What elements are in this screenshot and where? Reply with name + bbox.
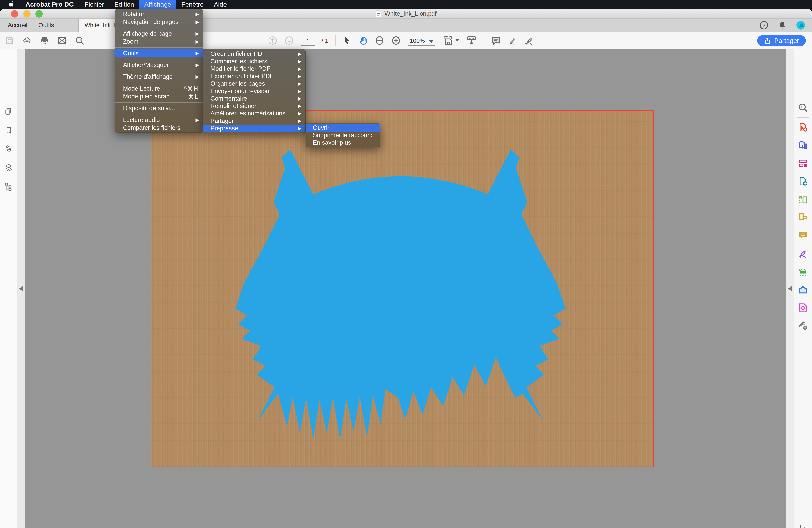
hide-toolbar-icon[interactable] — [466, 35, 477, 46]
submenu-item-envoyer-pour-revision[interactable]: Envoyer pour révision▶ — [203, 87, 305, 95]
zoom-in-icon[interactable] — [391, 36, 401, 45]
zoom-dropdown-caret-icon — [429, 40, 433, 43]
menu-item-theme-affichage[interactable]: Thème d'affichage▶ — [115, 73, 203, 81]
submenu-item-modifier-le-fichier-pdf[interactable]: Modifier le fichier PDF▶ — [203, 65, 305, 73]
export-pdf-tool-icon[interactable] — [798, 140, 808, 150]
zoom-level-control[interactable]: 100% — [408, 35, 435, 46]
attachments-paperclip-icon[interactable] — [4, 144, 13, 153]
menu-item-comparer-les-fichiers[interactable]: Comparer les fichiers — [115, 124, 203, 132]
submenu-item-en-savoir-plus[interactable]: En savoir plus — [306, 139, 380, 147]
save-icon[interactable] — [5, 36, 14, 45]
menubar-item-affichage[interactable]: Affichage — [139, 0, 176, 9]
email-icon[interactable] — [57, 36, 67, 45]
pdf-document-icon — [375, 10, 382, 17]
submenu-item-combiner-les-fichiers[interactable]: Combiner les fichiers▶ — [203, 58, 305, 65]
submenu-arrow-icon: ▶ — [298, 126, 302, 131]
select-tool-icon[interactable] — [343, 36, 351, 45]
comment-rail-tool-icon[interactable] — [798, 230, 808, 240]
expand-tools-pane-icon[interactable] — [788, 286, 792, 291]
comment-tool-icon[interactable] — [491, 36, 501, 45]
create-pdf-tool-icon[interactable] — [798, 122, 808, 132]
submenu-item-supprimer-le-raccourci[interactable]: Supprimer le raccourci — [306, 132, 380, 139]
submenu-arrow-icon: ▶ — [195, 50, 199, 56]
hand-tool-icon[interactable] — [358, 36, 368, 45]
menubar-app-name[interactable]: Acrobat Pro DC — [19, 0, 79, 9]
menubar-item-fichier[interactable]: Fichier — [79, 0, 109, 9]
print-icon[interactable] — [40, 36, 49, 45]
apple-logo-icon — [8, 1, 14, 8]
organize-pages-tool-icon[interactable] — [798, 159, 808, 168]
submenu-item-ameliorer-les-numerisations[interactable]: Améliorer les numérisations▶ — [203, 110, 305, 117]
next-page-icon[interactable] — [285, 36, 294, 45]
apple-menu[interactable] — [0, 0, 19, 9]
help-icon[interactable]: ? — [759, 21, 768, 30]
menu-item-mode-plein-ecran[interactable]: Mode plein écran⌘L — [115, 92, 203, 100]
submenu-item-commentaire[interactable]: Commentaire▶ — [203, 95, 305, 102]
user-avatar[interactable] — [796, 20, 805, 30]
submenu-item-remplir-et-signer[interactable]: Remplir et signer▶ — [203, 102, 305, 110]
search-icon[interactable] — [75, 36, 85, 45]
menubar-item-aide[interactable]: Aide — [209, 0, 232, 9]
submenu-arrow-icon: ▶ — [195, 74, 199, 79]
cloud-upload-icon[interactable] — [23, 36, 32, 45]
lion-silhouette — [151, 111, 653, 467]
tab-outils[interactable]: Outils — [34, 19, 58, 32]
print-production-tool-icon[interactable] — [798, 303, 808, 313]
submenu-arrow-icon: ▶ — [195, 11, 199, 17]
fit-width-caret-icon — [455, 39, 459, 41]
menubar-item-edition[interactable]: Edition — [109, 0, 139, 9]
shortcut-label: ^⌘H — [184, 85, 198, 92]
submenu-item-organiser-les-pages[interactable]: Organiser les pages▶ — [203, 80, 305, 87]
menu-item-outils[interactable]: Outils▶ — [115, 49, 203, 57]
fit-width-control[interactable] — [443, 35, 459, 46]
highlighter-tool-icon[interactable] — [508, 36, 517, 45]
tools-rail — [794, 49, 812, 528]
tab-accueil[interactable]: Accueil — [4, 19, 31, 32]
layers-icon[interactable] — [4, 164, 13, 172]
menu-separator — [115, 59, 203, 59]
more-tools-icon[interactable] — [798, 321, 808, 330]
submenu-arrow-icon: ▶ — [298, 51, 302, 57]
pdf-page[interactable] — [151, 110, 654, 467]
content-structure-icon[interactable] — [4, 182, 13, 191]
send-for-review-tool-icon[interactable] — [798, 176, 808, 186]
menu-item-navigation-de-pages[interactable]: Navigation de pages▶ — [115, 18, 203, 26]
fill-sign-tool-icon[interactable] — [524, 36, 534, 45]
submenu-item-prepresse[interactable]: Prépresse▶ — [203, 125, 305, 132]
enhance-scans-tool-icon[interactable] — [798, 267, 808, 276]
submenu-item-partager[interactable]: Partager▶ — [203, 117, 305, 125]
previous-page-icon[interactable] — [268, 36, 277, 45]
submenu-arrow-icon: ▶ — [298, 96, 302, 101]
menu-item-mode-lecture[interactable]: Mode Lecture^⌘H — [115, 85, 203, 92]
page-thumbnails-icon[interactable] — [4, 107, 13, 116]
toolbar-divider — [335, 35, 336, 46]
page-number-input[interactable]: 1 — [301, 35, 315, 46]
submenu-arrow-icon: ▶ — [195, 62, 199, 68]
menu-item-dispositif-de-suivi[interactable]: Dispositif de suivi... — [115, 104, 203, 112]
menu-item-lecture-audio[interactable]: Lecture audio▶ — [115, 116, 203, 124]
zoom-out-icon[interactable] — [375, 36, 384, 45]
menu-separator — [115, 71, 203, 71]
menu-item-affichage-de-page[interactable]: Affichage de page▶ — [115, 30, 203, 37]
share-rail-tool-icon[interactable] — [798, 285, 808, 295]
menu-item-zoom[interactable]: Zoom▶ — [115, 37, 203, 45]
open-tools-pane-icon[interactable] — [798, 525, 808, 528]
submenu-item-exporter-un-fichier-pdf[interactable]: Exporter un fichier PDF▶ — [203, 73, 305, 80]
notifications-bell-icon[interactable] — [778, 21, 786, 30]
menu-item-afficher-masquer[interactable]: Afficher/Masquer▶ — [115, 61, 203, 69]
submenu-item-ouvrir[interactable]: Ouvrir — [306, 124, 380, 132]
partager-button[interactable]: Partager — [757, 35, 806, 46]
menu-separator — [115, 28, 203, 28]
submenu-item-creer-un-fichier-pdf[interactable]: Créer un fichier PDF▶ — [203, 50, 305, 58]
fill-sign-rail-tool-icon[interactable] — [798, 248, 808, 258]
bookmarks-icon[interactable] — [4, 126, 13, 135]
marquee-zoom-icon[interactable] — [798, 103, 808, 112]
submenu-arrow-icon: ▶ — [298, 81, 302, 87]
collapse-left-panel-icon[interactable] — [19, 286, 23, 291]
right-panel-splitter[interactable] — [786, 49, 794, 528]
send-comments-tool-icon[interactable] — [798, 212, 808, 222]
left-panel-splitter[interactable] — [17, 49, 25, 528]
menubar-item-fenetre[interactable]: Fenêtre — [176, 0, 209, 9]
resize-pages-tool-icon[interactable] — [798, 194, 808, 204]
menu-item-rotation[interactable]: Rotation▶ — [115, 10, 203, 18]
